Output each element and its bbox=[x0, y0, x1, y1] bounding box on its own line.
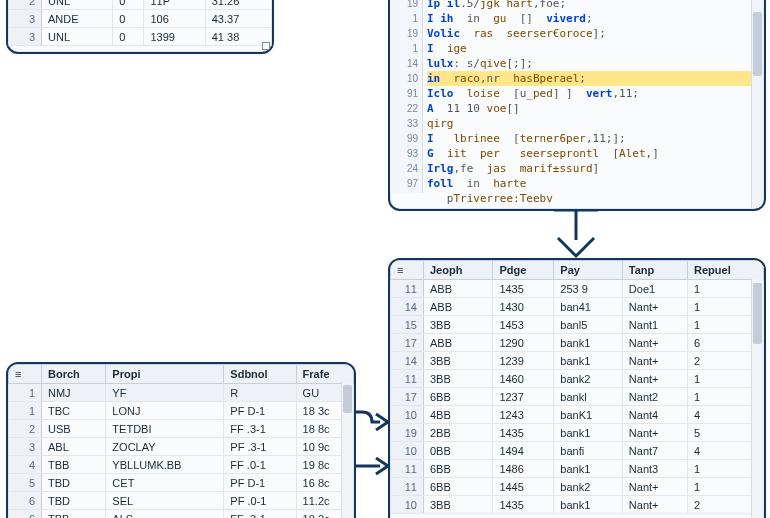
cell: 0BB bbox=[424, 442, 493, 460]
cell: 1460 bbox=[493, 370, 554, 388]
cell: 3BB bbox=[424, 316, 493, 334]
code-line[interactable]: Volic ras seerser€oroce]; bbox=[427, 26, 760, 41]
cell: Doe1 bbox=[622, 280, 687, 298]
code-line[interactable]: I lbrinee [terner6per,11;]; bbox=[427, 131, 760, 146]
cell: 1453 bbox=[493, 316, 554, 334]
column-header[interactable]: Tanp bbox=[622, 261, 687, 280]
code-line[interactable]: in raco,nr hasBperael; bbox=[427, 71, 760, 86]
table-row[interactable]: 143BB1239bank1Nant+2 bbox=[391, 352, 764, 370]
line-number: 1 bbox=[390, 11, 418, 26]
table-row[interactable]: 2USBTETDBIFF .3-118 8c bbox=[9, 420, 354, 438]
column-header[interactable]: Repuel bbox=[688, 261, 764, 280]
corner-header[interactable]: ≡ bbox=[391, 261, 424, 280]
cell: 1243 bbox=[493, 406, 554, 424]
cell: Nant+ bbox=[622, 370, 687, 388]
code-line[interactable]: A 11 10 voe[] bbox=[427, 101, 760, 116]
cell: 31.26 bbox=[205, 0, 271, 10]
code-token: seerser€oroce bbox=[507, 27, 593, 40]
table-row[interactable]: 14ABB1430ban41Nant+1 bbox=[391, 298, 764, 316]
table-row[interactable]: 176BB1237banklNant21 bbox=[391, 388, 764, 406]
cell: YBLLUMK.BB bbox=[106, 456, 224, 474]
column-header[interactable]: Frafe bbox=[296, 365, 353, 384]
cell: Nant+ bbox=[622, 352, 687, 370]
code-token: ,11; bbox=[613, 87, 640, 100]
table-row[interactable]: 2UNL011P31.26 bbox=[9, 0, 272, 10]
table-row[interactable]: 192BB1435bank1Nant+5 bbox=[391, 424, 764, 442]
column-header[interactable]: Borch bbox=[42, 365, 106, 384]
cell: 11P bbox=[144, 0, 205, 10]
code-area[interactable]: Ip il.5/jgk hart,foe;I ih in gu [] viver… bbox=[423, 0, 764, 208]
code-token: jas bbox=[487, 162, 507, 175]
corner-header[interactable]: ≡ bbox=[9, 365, 42, 384]
code-token bbox=[493, 27, 506, 40]
table-row[interactable]: 1TBCLONJPF D-118 3c bbox=[9, 402, 354, 420]
row-number: 10 bbox=[391, 496, 424, 514]
code-token: [ bbox=[599, 147, 619, 160]
line-number: 97 bbox=[390, 176, 418, 191]
column-header[interactable]: Propi bbox=[106, 365, 224, 384]
table-row[interactable]: 103BB1435bank1Nant+2 bbox=[391, 496, 764, 514]
table-row[interactable]: 1NMJYFRGU bbox=[9, 384, 354, 402]
table-row[interactable]: 116BB1486bank1Nant31 bbox=[391, 460, 764, 478]
column-header[interactable]: Pdge bbox=[493, 261, 554, 280]
table-row[interactable]: 17ABB1290bank1Nant+6 bbox=[391, 334, 764, 352]
cell: Nant+ bbox=[622, 298, 687, 316]
cell: TBB bbox=[42, 456, 106, 474]
column-header[interactable]: Jeoph bbox=[424, 261, 493, 280]
table-row[interactable]: 116BB1445bank2Nant+1 bbox=[391, 478, 764, 496]
vertical-scrollbar[interactable] bbox=[751, 278, 763, 518]
cell: bank1 bbox=[554, 496, 622, 514]
code-line[interactable]: Iclo loise [u_ped] ] vert,11; bbox=[427, 86, 760, 101]
code-line[interactable]: G iit per seerseprontl [Alet,] bbox=[427, 146, 760, 161]
cell: ANDE bbox=[42, 10, 113, 28]
scrollbar-thumb[interactable] bbox=[753, 283, 762, 344]
code-line[interactable]: pTriverree:Teebv bbox=[427, 191, 760, 206]
code-token bbox=[507, 162, 520, 175]
code-token: jgk hart bbox=[480, 0, 533, 10]
table-row[interactable]: 113BB1460bank2Nant+1 bbox=[391, 370, 764, 388]
cell: ABL bbox=[42, 438, 106, 456]
table-row[interactable]: 6TBDSELPF .0-111.2c bbox=[9, 492, 354, 510]
code-line[interactable]: I ih in gu [] viverd; bbox=[427, 11, 760, 26]
cell: bank1 bbox=[554, 352, 622, 370]
code-line[interactable]: I ige bbox=[427, 41, 760, 56]
cell: bankl bbox=[554, 388, 622, 406]
table-row[interactable]: 6TBBALSFF .3-118 2c bbox=[9, 510, 354, 519]
resize-handle[interactable] bbox=[262, 42, 270, 50]
table-row[interactable]: 3ANDE010643.37 bbox=[9, 10, 272, 28]
vertical-scrollbar[interactable] bbox=[751, 0, 763, 208]
row-number: 6 bbox=[9, 492, 42, 510]
cell: 6BB bbox=[424, 478, 493, 496]
table-row[interactable]: 3UNL0139941 38 bbox=[9, 28, 272, 46]
cell: banl5 bbox=[554, 316, 622, 334]
column-header[interactable]: Sdbnol bbox=[224, 365, 296, 384]
vertical-scrollbar[interactable] bbox=[341, 382, 353, 518]
table-row[interactable]: 4TBBYBLLUMK.BBFF .0-119 8c bbox=[9, 456, 354, 474]
table-row[interactable]: 100BB1494banfiNant74 bbox=[391, 442, 764, 460]
code-line[interactable]: Ip il.5/jgk hart,foe; bbox=[427, 0, 760, 11]
row-number: 5 bbox=[9, 474, 42, 492]
cell: 43.37 bbox=[205, 10, 271, 28]
table-row[interactable]: 153BB1453banl5Nant11 bbox=[391, 316, 764, 334]
code-token: Iclo bbox=[427, 87, 454, 100]
table-row[interactable]: 11ABB1435253 9Doe11 bbox=[391, 280, 764, 298]
code-token: A bbox=[427, 102, 434, 115]
table-row[interactable]: 5TBDCETPF D-116 8c bbox=[9, 474, 354, 492]
cell: ZOCLAY bbox=[106, 438, 224, 456]
code-line[interactable]: lulx: s/qive[;]; bbox=[427, 56, 760, 71]
scrollbar-thumb[interactable] bbox=[343, 385, 352, 413]
row-number: 11 bbox=[391, 460, 424, 478]
code-token: ,fe bbox=[454, 162, 487, 175]
code-token: iit per bbox=[447, 147, 500, 160]
code-line[interactable]: qirg bbox=[427, 116, 760, 131]
cell: Nant2 bbox=[622, 388, 687, 406]
code-line[interactable]: foll in harte bbox=[427, 176, 760, 191]
code-token: ras bbox=[473, 27, 493, 40]
column-header[interactable]: Pay bbox=[554, 261, 622, 280]
code-line[interactable]: Irlg,fe jas marif±ssurd] bbox=[427, 161, 760, 176]
row-number: 1 bbox=[9, 402, 42, 420]
table-row[interactable]: 3ABLZOCLAYPF .3-110 9c bbox=[9, 438, 354, 456]
table-row[interactable]: 104BB1243banK1Nant44 bbox=[391, 406, 764, 424]
line-number: 91 bbox=[390, 86, 418, 101]
scrollbar-thumb[interactable] bbox=[753, 12, 762, 76]
